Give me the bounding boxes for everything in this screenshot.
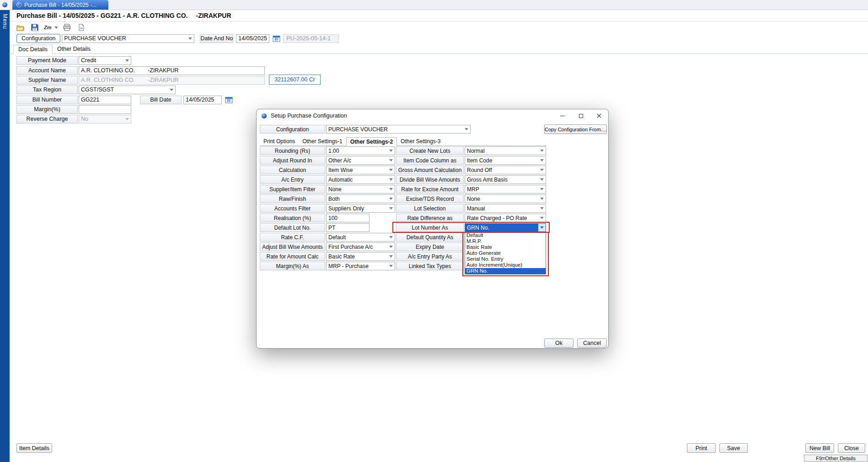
dialog-configuration-select[interactable]: PURCHASE VOUCHER [326, 125, 471, 134]
config-select[interactable]: Manual [465, 204, 546, 213]
config-row-control: Other A/c [326, 156, 395, 165]
dropdown-option[interactable]: M.R.P. [465, 238, 546, 244]
bill-date-input[interactable]: 14/05/2025 [183, 96, 222, 104]
tab-other-details[interactable]: Other Details [53, 44, 95, 54]
close-bill-button[interactable]: Close [838, 443, 865, 453]
cancel-button[interactable]: Cancel [577, 338, 607, 348]
config-select-value: None [328, 186, 342, 193]
config-select[interactable]: Default [326, 233, 395, 242]
supplier-name-input: A.R. CLOTHING CO. -ZIRAKPUR [79, 76, 265, 85]
account-name-suffix: -ZIRAKPUR [148, 67, 178, 74]
open-folder-button[interactable] [16, 23, 26, 32]
chevron-down-icon [540, 178, 544, 181]
config-row-control: Suppliers Only [326, 204, 395, 213]
config-row-control: Round Off [465, 166, 546, 174]
voucher-date-input[interactable]: 14/05/2025 [236, 34, 269, 43]
menu-strip: Menu [0, 0, 10, 462]
configuration-button[interactable]: Configuration [16, 34, 60, 43]
config-row-control: Default [326, 233, 395, 242]
new-bill-button[interactable]: New Bill [805, 443, 834, 453]
config-select[interactable]: Gross Amt Basis [465, 175, 546, 184]
tab-other-settings-2[interactable]: Other Settings-2 [346, 137, 397, 146]
voucher-type-select[interactable]: PURCHASE VOUCHER [62, 34, 194, 43]
save-button[interactable] [30, 23, 40, 32]
voucher-type-value: PURCHASE VOUCHER [64, 35, 126, 42]
config-row-label: Accounts Filter [260, 204, 325, 213]
config-grid-row: Default Lot No.PTLot Number AsGRN No. [260, 223, 546, 232]
print-icon-button[interactable] [62, 23, 72, 32]
config-input[interactable]: 100 [326, 214, 370, 222]
account-name-input[interactable]: A.R. CLOTHING CO. -ZIRAKPUR [79, 66, 265, 75]
payment-mode-select[interactable]: Credit [79, 56, 131, 65]
chevron-down-icon [389, 169, 393, 171]
config-grid-row: Realisation (%)100Rate Difference asRate… [260, 214, 546, 222]
supplier-name-suffix: -ZIRAKPUR [148, 77, 178, 83]
bill-date-calendar-button[interactable] [224, 95, 234, 104]
item-details-button[interactable]: Item Details [16, 443, 52, 453]
config-select[interactable]: Both [326, 194, 395, 203]
tab-other-settings-3[interactable]: Other Settings-3 [397, 137, 444, 145]
config-select[interactable]: MRP [465, 185, 546, 193]
lot-number-as-select[interactable]: GRN No. [465, 223, 546, 232]
config-select[interactable]: Normal [465, 146, 546, 155]
config-select[interactable]: MRP - Purchase [326, 262, 395, 270]
save-bill-button[interactable]: Save [719, 443, 748, 453]
config-row-label: Create New Lots [396, 146, 464, 155]
dialog-configuration-value: PURCHASE VOUCHER [328, 126, 388, 133]
copy-configuration-button[interactable]: Copy Configuration From.... [544, 124, 607, 134]
config-row-control: 1.00 [326, 146, 395, 155]
minimize-button[interactable] [553, 109, 572, 122]
tab-print-options[interactable]: Print Options [260, 137, 299, 145]
config-select[interactable]: First Purchase A/c [326, 242, 395, 251]
config-select[interactable]: Item Code [465, 156, 546, 165]
config-select[interactable]: 1.00 [326, 146, 395, 155]
config-grid-row: CalculationItem WiseGross Amount Calcula… [260, 166, 546, 174]
config-row-control: Normal [465, 146, 546, 155]
calendar-button[interactable] [271, 34, 281, 43]
export-button[interactable] [76, 23, 86, 32]
dropdown-option[interactable]: Default [465, 232, 546, 238]
config-select[interactable]: Automatic [326, 175, 395, 184]
lot-number-dropdown-list: DefaultM.R.P.Basic RateAuto GenerateSeri… [465, 232, 546, 274]
dropdown-option[interactable]: GRN No. [465, 268, 546, 274]
calendar-icon [273, 35, 280, 42]
print-button[interactable]: Print [687, 443, 716, 453]
menu-toggle[interactable]: Menu [2, 14, 8, 29]
zoom-button[interactable]: Zm [44, 23, 58, 32]
config-select[interactable]: Basic Rate [326, 252, 395, 261]
ok-button[interactable]: Ok [544, 338, 573, 348]
dropdown-option[interactable]: Auto Generate [465, 250, 546, 256]
dropdown-option[interactable]: Serial No. Entry [465, 256, 546, 262]
chevron-down-icon [389, 198, 393, 200]
dropdown-option[interactable]: Basic Rate [465, 244, 546, 250]
tab-other-settings-1[interactable]: Other Settings-1 [299, 137, 346, 145]
config-select[interactable]: Other A/c [326, 156, 395, 165]
tax-region-label: Tax Region [16, 86, 78, 94]
page-title-suffix: -ZIRAKPUR [196, 12, 231, 19]
config-select[interactable]: Suppliers Only [326, 204, 395, 213]
config-row-label: A/c Entry Party As [396, 252, 464, 261]
tax-region-select[interactable]: CGST/SGST [79, 86, 176, 94]
dropdown-option[interactable]: Auto Increment(Unique) [465, 262, 546, 268]
status-hint: F9=Other Details [804, 455, 868, 462]
config-input[interactable]: PT [326, 223, 370, 232]
config-select[interactable]: Round Off [465, 166, 546, 174]
app-logo-button[interactable] [0, 0, 10, 10]
close-dialog-button[interactable] [590, 109, 608, 122]
margin-input[interactable] [79, 105, 131, 114]
config-select[interactable]: None [465, 194, 546, 203]
bill-number-input[interactable]: GG221 [79, 96, 131, 104]
config-select[interactable]: Item Wise [326, 166, 395, 174]
tab-doc-details[interactable]: Doc Details [13, 45, 53, 54]
chevron-down-icon [389, 236, 393, 238]
config-select[interactable]: Rate Charged - PO Rate [465, 214, 546, 222]
chevron-down-icon [54, 27, 58, 29]
chevron-down-icon [389, 178, 393, 181]
config-row-label: Lot Selection [396, 204, 464, 213]
reverse-charge-row: Reverse Charge No [16, 114, 131, 124]
config-select[interactable]: None [326, 185, 395, 193]
config-row-label: Excise/TDS Record [396, 194, 464, 203]
config-row-label: Item Code Column as [396, 156, 464, 165]
maximize-button[interactable] [572, 109, 590, 122]
config-select-value: Manual [467, 205, 485, 212]
